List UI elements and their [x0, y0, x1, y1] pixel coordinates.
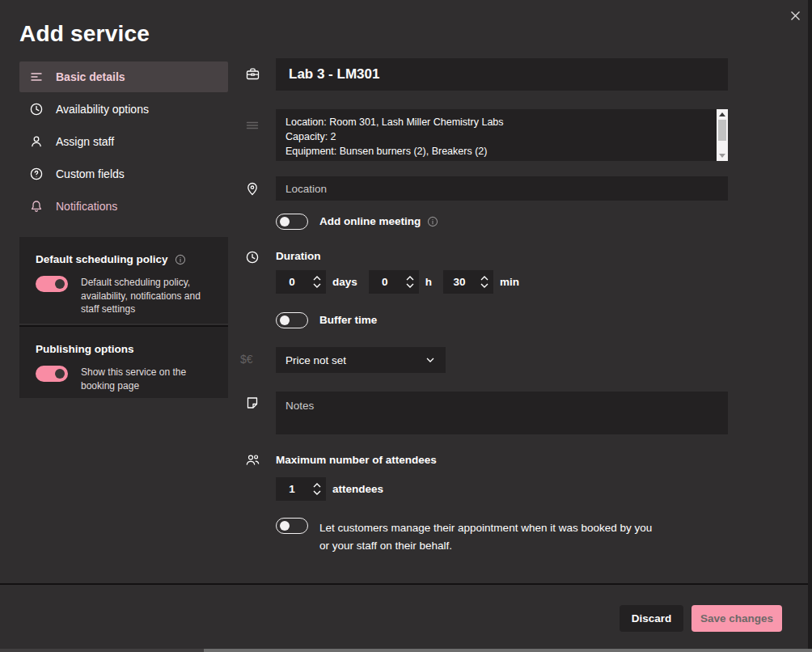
location-pin-icon — [245, 181, 260, 197]
stepper-arrows[interactable] — [401, 276, 419, 288]
chevron-down-icon[interactable] — [313, 283, 321, 288]
clock-icon — [29, 102, 44, 116]
page-title: Add service — [19, 21, 150, 47]
question-circle-icon — [29, 167, 44, 181]
attendees-value: 1 — [276, 483, 308, 495]
minutes-unit-label: min — [500, 276, 519, 288]
sidebar-item-label: Availability options — [56, 103, 149, 116]
sidebar-item-label: Assign staff — [56, 135, 114, 148]
clock-icon — [245, 250, 260, 265]
price-selected-value: Price not set — [285, 354, 425, 366]
stepper-arrows[interactable] — [308, 483, 326, 495]
scroll-up-arrow-icon[interactable] — [719, 112, 725, 116]
buffer-time-label: Buffer time — [319, 314, 377, 326]
default-scheduling-policy-toggle[interactable] — [36, 276, 68, 292]
currency-icon: $€ — [240, 353, 253, 366]
toggle-knob — [55, 369, 65, 379]
chevron-down-icon — [425, 354, 436, 366]
sidebar: Basic details Availability options Assig… — [19, 61, 228, 223]
notes-textarea[interactable] — [276, 392, 728, 434]
add-service-dialog: Add service Basic details Availability o… — [0, 0, 812, 652]
right-edge-band — [808, 0, 812, 649]
chevron-up-icon[interactable] — [313, 276, 321, 281]
description-line: Capacity: 2 — [285, 130, 710, 145]
hours-unit-label: h — [425, 276, 432, 288]
bell-icon — [29, 199, 44, 214]
info-icon[interactable] — [175, 254, 186, 265]
location-input[interactable] — [276, 176, 728, 201]
max-attendees-label: Maximum number of attendees — [276, 454, 437, 466]
sidebar-item-availability-options[interactable]: Availability options — [19, 94, 228, 125]
horizontal-scrollbar-thumb[interactable] — [204, 649, 812, 652]
days-unit-label: days — [332, 276, 357, 288]
save-changes-button[interactable]: Save changes — [691, 605, 782, 632]
hours-value: 0 — [369, 276, 401, 288]
toggle-knob — [280, 521, 290, 531]
description-line: Location: Room 301, Lash Miller Chemistr… — [285, 116, 710, 130]
publishing-card-description: Show this service on the booking page — [81, 366, 196, 392]
scroll-down-arrow-icon[interactable] — [719, 154, 725, 158]
customer-manage-row: Let customers manage their appointment w… — [276, 518, 658, 554]
sidebar-item-label: Notifications — [56, 200, 117, 213]
duration-minutes-stepper[interactable]: 30 — [443, 270, 493, 294]
footer-divider — [0, 583, 812, 585]
online-meeting-label: Add online meeting — [319, 215, 421, 227]
attendees-stepper-row: 1 attendees — [276, 477, 395, 501]
chevron-up-icon[interactable] — [406, 276, 414, 281]
publishing-card-title: Publishing options — [36, 343, 134, 355]
close-icon — [789, 10, 801, 22]
show-on-booking-page-toggle[interactable] — [36, 366, 68, 382]
duration-days-stepper[interactable]: 0 — [276, 270, 326, 294]
chevron-up-icon[interactable] — [480, 276, 488, 281]
sidebar-item-notifications[interactable]: Notifications — [19, 191, 228, 222]
person-icon — [29, 134, 44, 149]
chevron-down-icon[interactable] — [480, 283, 488, 288]
scrollbar-thumb[interactable] — [718, 120, 726, 141]
sidebar-item-custom-fields[interactable]: Custom fields — [19, 159, 228, 189]
default-scheduling-policy-card: Default scheduling policy Default schedu… — [19, 237, 228, 324]
days-value: 0 — [276, 276, 308, 288]
duration-hours-stepper[interactable]: 0 — [369, 270, 419, 294]
sidebar-item-assign-staff[interactable]: Assign staff — [19, 126, 228, 157]
duration-steppers: 0 days 0 h 30 min — [276, 270, 531, 294]
toggle-knob — [280, 315, 290, 325]
duration-label: Duration — [276, 250, 321, 262]
sidebar-item-label: Basic details — [56, 70, 125, 83]
chevron-down-icon[interactable] — [406, 283, 414, 288]
note-icon — [245, 396, 260, 410]
service-name-input[interactable] — [276, 58, 728, 91]
online-meeting-row: Add online meeting — [276, 214, 438, 230]
sidebar-item-basic-details[interactable]: Basic details — [19, 61, 228, 92]
description-icon — [245, 118, 260, 133]
customer-manage-toggle[interactable] — [276, 518, 308, 534]
info-icon[interactable] — [427, 216, 438, 227]
add-online-meeting-toggle[interactable] — [276, 214, 308, 230]
toggle-knob — [55, 279, 65, 289]
attendees-unit-label: attendees — [332, 483, 383, 495]
description-scrollbar[interactable] — [717, 109, 728, 161]
service-description-textarea[interactable]: Location: Room 301, Lash Miller Chemistr… — [276, 109, 728, 161]
stepper-arrows[interactable] — [308, 276, 326, 288]
chevron-down-icon[interactable] — [313, 490, 321, 495]
policy-card-description: Default scheduling policy, availability,… — [81, 276, 212, 316]
attendees-stepper[interactable]: 1 — [276, 477, 326, 501]
discard-button[interactable]: Discard — [620, 605, 683, 632]
customer-manage-label: Let customers manage their appointment w… — [319, 518, 658, 554]
sidebar-item-label: Custom fields — [56, 167, 125, 180]
description-line: Equipment: Bunsen burners (2), Breakers … — [285, 145, 710, 159]
briefcase-icon — [245, 66, 260, 82]
close-button[interactable] — [786, 6, 804, 24]
price-dropdown[interactable]: Price not set — [276, 347, 446, 373]
people-icon — [245, 453, 260, 468]
chevron-up-icon[interactable] — [313, 483, 321, 488]
stepper-arrows[interactable] — [476, 276, 493, 288]
buffer-time-row: Buffer time — [276, 312, 377, 328]
horizontal-scrollbar[interactable] — [0, 649, 812, 652]
publishing-options-card: Publishing options Show this service on … — [19, 325, 228, 398]
buffer-time-toggle[interactable] — [276, 312, 308, 328]
toggle-knob — [280, 217, 290, 227]
policy-card-title: Default scheduling policy — [36, 253, 168, 265]
list-icon — [29, 70, 44, 84]
minutes-value: 30 — [443, 276, 476, 288]
